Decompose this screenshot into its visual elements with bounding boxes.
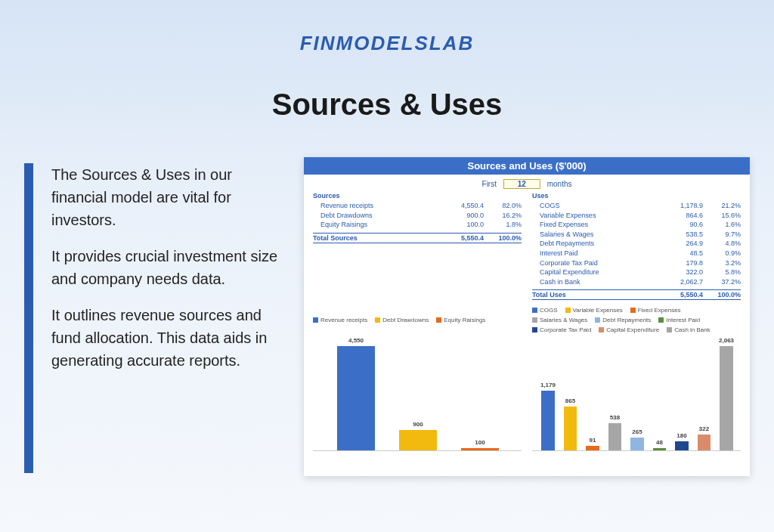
total-uses-value: 5,550.4 — [658, 291, 703, 298]
chart-bar: 265 — [630, 438, 643, 451]
bar-value-label: 865 — [565, 397, 575, 404]
period-input[interactable]: 12 — [503, 179, 540, 189]
row-value: 900.0 — [438, 211, 484, 221]
row-label: Salaries & Wages — [532, 230, 658, 240]
page-title: Sources & Uses — [272, 88, 503, 122]
legend-swatch — [595, 317, 600, 323]
bar-value-label: 265 — [632, 428, 642, 435]
total-uses-row: Total Uses 5,550.4 100.0% — [532, 289, 741, 300]
legend-swatch — [375, 317, 380, 323]
legend-label: Interest Paid — [666, 317, 700, 323]
row-label: Corporate Tax Paid — [532, 258, 658, 268]
bar-value-label: 1,179 — [540, 382, 556, 388]
chart-bar: 322 — [698, 435, 711, 451]
row-value: 538.5 — [658, 230, 703, 240]
legend-swatch — [532, 317, 537, 323]
total-sources-pct: 100.0% — [484, 234, 522, 242]
legend-item: Revenue receipts — [313, 306, 367, 333]
legend-swatch — [532, 327, 537, 332]
brand-logo: FINMODELSLAB — [300, 32, 475, 55]
period-row: First 12 months — [304, 179, 750, 189]
legend-label: Capital Expenditure — [606, 326, 659, 333]
uses-table: Uses COGS1,178.921.2%Variable Expenses86… — [532, 192, 741, 300]
legend-item: Corporate Tax Paid — [532, 326, 591, 333]
legend-item: Salaries & Wages — [532, 317, 587, 323]
row-value: 264.9 — [658, 239, 703, 249]
desc-para-1: The Sources & Uses in our financial mode… — [51, 163, 278, 231]
chart-bar: 91 — [586, 446, 599, 450]
chart-bar: 538 — [608, 423, 621, 450]
row-value: 100.0 — [438, 220, 484, 230]
legend-item: Equity Raisings — [436, 306, 485, 333]
table-row: Corporate Tax Paid179.83.2% — [532, 258, 741, 268]
legend-swatch — [599, 327, 604, 332]
chart-bar: 4,550 — [337, 346, 375, 450]
legend-label: Variable Expenses — [573, 307, 623, 314]
row-value: 322.0 — [658, 268, 703, 277]
table-row: Capital Expenditure322.05.8% — [532, 268, 741, 277]
accent-bar — [24, 163, 33, 473]
chart-bar: 865 — [564, 407, 577, 450]
legend-swatch — [658, 317, 664, 323]
table-row: Fixed Expenses90.61.6% — [532, 220, 741, 230]
row-label: COGS — [532, 201, 658, 211]
row-pct: 82.0% — [484, 201, 522, 211]
uses-header: Uses — [532, 192, 741, 200]
sources-legend: Revenue receiptsDebt DrawdownsEquity Rai… — [313, 306, 522, 333]
sources-table: Sources Revenue receipts4,550.482.0%Debt… — [313, 192, 522, 300]
row-pct: 0.9% — [703, 249, 741, 258]
sources-chart: Revenue receiptsDebt DrawdownsEquity Rai… — [313, 306, 522, 451]
row-label: Interest Paid — [532, 249, 658, 258]
legend-item: Fixed Expenses — [630, 306, 681, 313]
row-value: 1,178.9 — [658, 201, 703, 211]
legend-item: Variable Expenses — [565, 306, 623, 313]
legend-item: COGS — [532, 306, 558, 313]
legend-label: Fixed Expenses — [638, 307, 681, 314]
legend-label: Salaries & Wages — [540, 317, 587, 323]
legend-label: COGS — [540, 307, 558, 314]
table-row: Equity Raisings100.01.8% — [313, 220, 522, 230]
legend-label: Corporate Tax Paid — [540, 326, 591, 333]
bar-value-label: 322 — [699, 425, 709, 432]
chart-bar: 180 — [675, 441, 688, 450]
charts-row: Revenue receiptsDebt DrawdownsEquity Rai… — [304, 300, 750, 451]
row-pct: 9.7% — [703, 230, 741, 240]
row-pct: 37.2% — [703, 277, 741, 287]
bar-value-label: 100 — [475, 439, 485, 446]
table-row: Debt Repayments264.94.8% — [532, 239, 741, 249]
description-block: The Sources & Uses in our financial mode… — [51, 163, 278, 385]
sources-plot: 4,550900100 — [313, 338, 522, 451]
legend-swatch — [436, 317, 441, 323]
bar-value-label: 4,550 — [348, 337, 364, 344]
row-value: 90.6 — [658, 220, 703, 230]
bar-value-label: 48 — [656, 439, 663, 446]
table-row: Cash in Bank2,062.737.2% — [532, 277, 741, 287]
row-value: 179.8 — [658, 258, 703, 268]
total-uses-label: Total Uses — [532, 291, 658, 298]
sources-uses-panel: Sources and Uses ($'000) First 12 months… — [304, 157, 750, 476]
row-label: Equity Raisings — [313, 220, 438, 230]
row-pct: 15.6% — [703, 211, 741, 221]
sources-header: Sources — [313, 192, 522, 200]
chart-bar: 900 — [399, 430, 437, 450]
table-row: Debt Drawdowns900.016.2% — [313, 211, 522, 221]
total-uses-pct: 100.0% — [703, 291, 741, 298]
legend-swatch — [565, 308, 571, 313]
row-value: 48.5 — [658, 249, 703, 258]
total-sources-value: 5,550.4 — [438, 234, 484, 242]
bar-value-label: 2,063 — [719, 337, 734, 344]
legend-item: Debt Repayments — [595, 317, 651, 323]
bar-value-label: 538 — [610, 414, 620, 421]
legend-label: Debt Repayments — [602, 317, 651, 323]
table-row: Revenue receipts4,550.482.0% — [313, 201, 522, 211]
legend-label: Equity Raisings — [444, 317, 485, 323]
legend-label: Cash in Bank — [674, 326, 711, 333]
uses-legend: COGSVariable ExpensesFixed ExpensesSalar… — [532, 306, 741, 333]
chart-bar: 1,179 — [541, 391, 554, 450]
legend-item: Debt Drawdowns — [375, 306, 429, 333]
row-pct: 5.8% — [703, 268, 741, 277]
row-value: 864.6 — [658, 211, 703, 221]
chart-bar: 100 — [461, 448, 499, 450]
legend-label: Debt Drawdowns — [382, 317, 429, 323]
legend-swatch — [630, 308, 636, 313]
